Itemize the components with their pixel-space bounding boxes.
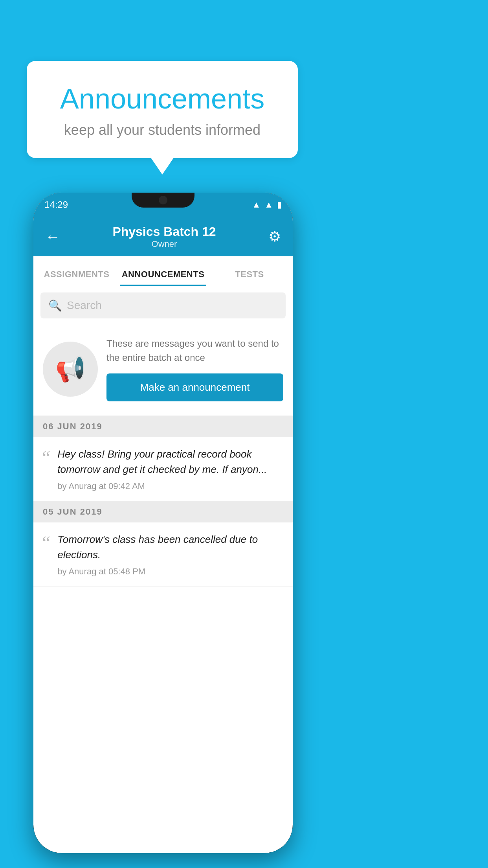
status-icons: ▲ ▲ ▮: [252, 200, 282, 210]
announcement-message-2: Tomorrow's class has been cancelled due …: [57, 532, 284, 563]
notch: [132, 193, 194, 208]
announcement-meta-1: by Anurag at 09:42 AM: [57, 481, 284, 491]
announcement-meta-2: by Anurag at 05:48 PM: [57, 566, 284, 577]
announcement-item-1[interactable]: “ Hey class! Bring your practical record…: [33, 437, 293, 501]
announcement-item-2[interactable]: “ Tomorrow's class has been cancelled du…: [33, 522, 293, 587]
promo-icon-circle: 📢: [43, 342, 98, 397]
battery-icon: ▮: [277, 200, 282, 210]
promo-card: 📢 These are messages you want to send to…: [33, 325, 293, 416]
phone-frame: 14:29 ▲ ▲ ▮ ← Physics Batch 12 Owner ⚙ A…: [33, 193, 293, 853]
promo-description: These are messages you want to send to t…: [106, 337, 283, 365]
search-icon: 🔍: [48, 299, 62, 312]
wifi-icon: ▲: [252, 200, 261, 210]
announcement-text-1: Hey class! Bring your practical record b…: [57, 447, 284, 491]
signal-icon: ▲: [264, 200, 273, 210]
announcement-text-2: Tomorrow's class has been cancelled due …: [57, 532, 284, 577]
settings-icon[interactable]: ⚙: [265, 225, 284, 248]
search-bar[interactable]: 🔍 Search: [40, 292, 286, 318]
tab-bar: ASSIGNMENTS ANNOUNCEMENTS TESTS: [33, 256, 293, 286]
phone-screen: 14:29 ▲ ▲ ▮ ← Physics Batch 12 Owner ⚙ A…: [33, 193, 293, 853]
date-separator-2: 05 JUN 2019: [33, 501, 293, 522]
toolbar-title: Physics Batch 12: [63, 224, 265, 239]
quote-icon-2: “: [42, 533, 50, 552]
megaphone-icon: 📢: [55, 355, 86, 383]
speech-bubble: Announcements keep all your students inf…: [27, 61, 298, 158]
back-button[interactable]: ←: [42, 225, 63, 248]
search-container: 🔍 Search: [33, 286, 293, 325]
quote-icon-1: “: [42, 448, 50, 467]
bubble-title: Announcements: [46, 83, 278, 115]
date-separator-1: 06 JUN 2019: [33, 416, 293, 437]
make-announcement-button[interactable]: Make an announcement: [106, 373, 283, 401]
status-time: 14:29: [44, 199, 68, 210]
toolbar-subtitle: Owner: [63, 239, 265, 249]
tab-announcements[interactable]: ANNOUNCEMENTS: [120, 269, 206, 286]
tab-tests[interactable]: TESTS: [206, 269, 293, 286]
announcement-message-1: Hey class! Bring your practical record b…: [57, 447, 284, 477]
promo-content: These are messages you want to send to t…: [106, 337, 283, 401]
tab-assignments[interactable]: ASSIGNMENTS: [33, 269, 120, 286]
front-camera: [159, 196, 167, 204]
toolbar-title-group: Physics Batch 12 Owner: [63, 224, 265, 249]
bubble-subtitle: keep all your students informed: [46, 122, 278, 138]
search-input[interactable]: Search: [67, 299, 102, 312]
toolbar: ← Physics Batch 12 Owner ⚙: [33, 217, 293, 256]
